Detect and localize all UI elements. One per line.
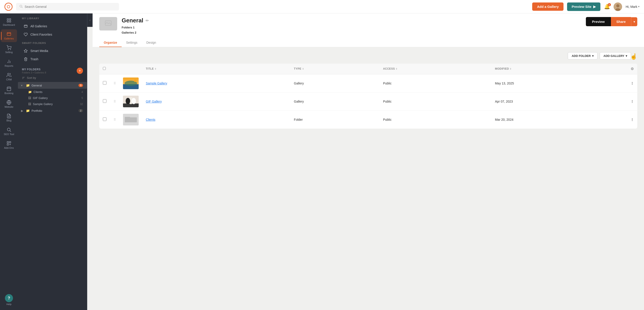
sort-arrow-type: ⇕ (302, 68, 304, 70)
folder-icon: 📁 (26, 109, 30, 112)
select-all-checkbox[interactable] (103, 67, 106, 70)
folder-icon: 📁 (28, 90, 32, 94)
svg-point-24 (8, 128, 10, 131)
row-modified: Apr 07, 2023 (491, 92, 627, 110)
col-title: TITLE⇕ (142, 64, 290, 74)
sidebar-item-help[interactable]: ? Help (1, 292, 17, 308)
my-folders-title: MY FOLDERS (22, 68, 46, 71)
tab-organize[interactable]: Organize (99, 39, 122, 47)
sidebar-item-crm[interactable]: CRM (1, 70, 17, 83)
drag-handle-icon[interactable]: ⠿ (114, 82, 116, 85)
sidebar-item-reports[interactable]: Reports (1, 57, 17, 69)
row-access: Public (380, 92, 492, 110)
add-gallery-table-button[interactable]: ADD GALLERY ▾ (600, 52, 631, 60)
notification-badge: 1 (608, 3, 611, 6)
row-access: Public (380, 74, 492, 92)
gallery-header: General ✏ Folders 1 Galleries 2 Preview … (92, 14, 644, 47)
sidebar-item-dashboard[interactable]: Dashboard (1, 16, 17, 29)
svg-rect-46 (125, 117, 130, 118)
row-access: Public (380, 110, 492, 128)
subfolder-gif-gallery[interactable]: 🖼 GIF Gallery 5 (18, 95, 87, 101)
logo[interactable] (4, 3, 12, 11)
add-folder-table-button[interactable]: ADD FOLDER ▾ (568, 52, 597, 60)
svg-rect-9 (7, 33, 11, 36)
svg-marker-30 (24, 49, 28, 52)
preview-button[interactable]: Preview (586, 17, 611, 26)
row-title-link[interactable]: GIF Gallery (146, 100, 162, 103)
svg-point-15 (8, 73, 9, 75)
add-gallery-button[interactable]: Add a Gallery (532, 3, 564, 11)
sidebar-item-website[interactable]: Website (1, 98, 17, 110)
share-button[interactable]: Share (611, 17, 631, 26)
svg-point-3 (616, 4, 620, 8)
subfolder-clients[interactable]: 📁 Clients 4 (18, 89, 87, 95)
svg-rect-27 (10, 141, 11, 143)
sidebar-item-blog[interactable]: Blog (1, 111, 17, 124)
row-type: Folder (290, 110, 380, 128)
preview-site-button[interactable]: Preview Site ▶ (567, 3, 600, 11)
row-actions-menu[interactable]: ⋮ (630, 100, 634, 103)
svg-point-43 (132, 98, 136, 104)
notifications-bell[interactable]: 🔔 1 (604, 4, 610, 10)
settings-gear-icon[interactable]: ⚙ (630, 67, 634, 71)
table-toolbar: ADD FOLDER ▾ ADD GALLERY ▾ ☝ (99, 52, 637, 60)
drag-handle-icon[interactable]: ⠿ (114, 100, 116, 103)
svg-rect-26 (7, 141, 8, 143)
search-icon (19, 5, 23, 9)
image-icon: 🖼 (28, 96, 31, 100)
folder-general[interactable]: ▾ 📁 General 3 (18, 82, 87, 89)
row-checkbox[interactable] (103, 99, 106, 103)
svg-rect-28 (7, 144, 8, 145)
sidebar-item-add-ons[interactable]: Add-Ons (1, 139, 17, 151)
row-title-link[interactable]: Clients (146, 118, 156, 121)
row-checkbox[interactable] (103, 81, 106, 85)
sort-arrow-modified: ⇕ (510, 68, 512, 70)
folder-icon: 📁 (26, 84, 30, 87)
top-nav: Add a Gallery Preview Site ▶ 🔔 1 Hi, Mar… (0, 0, 644, 14)
sidebar-item-selling[interactable]: Selling (1, 43, 17, 56)
edit-icon[interactable]: ✏ (146, 18, 149, 23)
sort-by-row[interactable]: Sort by (18, 75, 87, 82)
cursor-hand-icon: ☝ (630, 53, 637, 60)
add-folder-button[interactable]: + (77, 68, 83, 74)
avatar[interactable] (614, 3, 622, 11)
row-thumbnail (123, 78, 139, 89)
sidebar-item-client-favorites[interactable]: Client Favorites (20, 31, 85, 39)
sidebar-item-seo-tool[interactable]: SEO Tool (1, 125, 17, 138)
sidebar-collapse-button[interactable]: ‹ (87, 14, 92, 27)
search-input[interactable] (24, 5, 116, 9)
svg-point-10 (8, 49, 8, 50)
svg-line-1 (22, 7, 22, 8)
chevron-down-icon: ▾ (638, 5, 640, 8)
row-checkbox[interactable] (103, 117, 106, 121)
row-actions-menu[interactable]: ⋮ (630, 118, 634, 121)
svg-point-42 (126, 98, 130, 104)
drag-handle-icon[interactable]: ⠿ (114, 118, 116, 121)
table-row: ⠿ Sample Gallery Gallery Public May 13, … (99, 74, 637, 92)
col-type: TYPE⇕ (290, 64, 380, 74)
tab-settings[interactable]: Settings (122, 39, 142, 47)
folder-portfolio[interactable]: ▶ 📁 Portfolio 2 (18, 107, 87, 114)
svg-point-0 (20, 5, 22, 7)
svg-rect-8 (10, 21, 11, 22)
table-row: ⠿ Clients Folder Public Mar 20, 2024 ⋮ (99, 110, 637, 128)
sidebar-item-all-galleries[interactable]: All Galleries (20, 22, 85, 30)
my-folders-header: MY FOLDERS Folders 3 • Galleries 8 + (18, 65, 87, 75)
chevron-down-icon: ▾ (626, 54, 627, 58)
col-modified: MODIFIED⇕ (491, 64, 627, 74)
svg-rect-29 (24, 25, 27, 28)
share-chevron-button[interactable]: ▾ (631, 17, 637, 26)
smart-folders-label: SMART FOLDERS (18, 42, 87, 47)
sidebar-item-smart-media[interactable]: Smart Media (20, 47, 85, 55)
sidebar-item-galleries[interactable]: Galleries (1, 29, 17, 42)
row-actions-menu[interactable]: ⋮ (630, 82, 634, 85)
sidebar-item-trash[interactable]: Trash (20, 55, 85, 63)
subfolder-sample-gallery[interactable]: 🖼 Sample Gallery 32 (18, 101, 87, 107)
tab-design[interactable]: Design (142, 39, 161, 47)
row-title-link[interactable]: Sample Gallery (146, 82, 167, 85)
sidebar-item-booking[interactable]: Booking (1, 84, 17, 97)
chevron-down-icon: ▾ (592, 54, 594, 58)
user-greeting[interactable]: Hi, Mark ▾ (626, 5, 640, 9)
panel-sidebar: MY LIBRARY All Galleries Client Favorite… (18, 14, 87, 310)
search-bar[interactable] (16, 3, 119, 11)
